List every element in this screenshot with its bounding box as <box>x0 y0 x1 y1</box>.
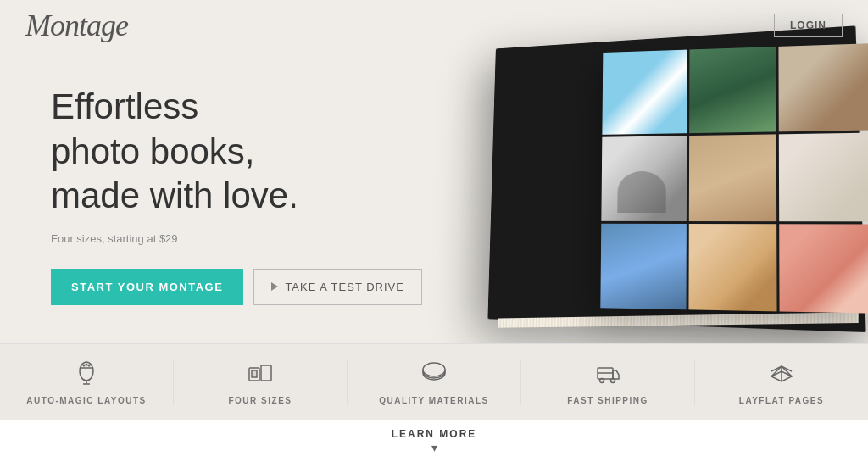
book-image <box>410 17 868 373</box>
svg-rect-8 <box>261 365 271 381</box>
auto-magic-label: AUTO-MAGIC LAYOUTS <box>26 396 146 405</box>
photo-cell <box>779 133 868 221</box>
svg-point-4 <box>83 364 86 366</box>
learn-more-label: LEARN MORE <box>392 428 477 440</box>
photo-cell <box>689 47 776 133</box>
hero-subtext: Four sizes, starting at $29 <box>51 232 422 245</box>
four-sizes-label: FOUR SIZES <box>228 396 292 405</box>
photo-cell <box>602 50 687 136</box>
hero-section: Effortless photo books, made with love. … <box>0 0 868 356</box>
features-bar: AUTO-MAGIC LAYOUTS FOUR SIZES QUALITY MA… <box>0 343 868 420</box>
chevron-down-icon: ▾ <box>431 442 437 454</box>
hero-buttons: START YOUR MONTAGE TAKE A TEST DRIVE <box>51 269 422 305</box>
hero-text-block: Effortless photo books, made with love. … <box>51 85 422 305</box>
play-icon <box>271 282 278 291</box>
feature-four-sizes: FOUR SIZES <box>174 359 348 405</box>
photo-grid <box>600 43 868 313</box>
start-montage-button[interactable]: START YOUR MONTAGE <box>51 269 243 305</box>
feature-quality: QUALITY MATERIALS <box>348 359 521 405</box>
auto-magic-icon <box>73 359 100 391</box>
photo-cell <box>688 135 776 221</box>
photo-cell <box>779 43 868 131</box>
svg-rect-9 <box>252 370 257 377</box>
four-sizes-icon <box>247 359 274 391</box>
hero-headline: Effortless photo books, made with love. <box>51 85 422 219</box>
logo: Montage <box>25 8 128 43</box>
svg-point-15 <box>611 378 615 382</box>
photo-cell <box>600 223 686 309</box>
feature-layflat: LAYFLAT PAGES <box>695 359 868 405</box>
login-button[interactable]: LOGIN <box>774 14 843 37</box>
svg-point-12 <box>423 363 445 376</box>
header: Montage LOGIN <box>0 0 868 51</box>
shipping-icon <box>594 359 621 391</box>
learn-more-section[interactable]: LEARN MORE ▾ <box>0 420 868 462</box>
feature-auto-magic: AUTO-MAGIC LAYOUTS <box>0 359 174 405</box>
quality-icon <box>420 359 448 391</box>
book-wrapper <box>410 17 868 373</box>
layflat-label: LAYFLAT PAGES <box>739 396 824 405</box>
svg-point-6 <box>88 364 91 366</box>
quality-label: QUALITY MATERIALS <box>379 396 489 405</box>
svg-point-14 <box>600 378 604 382</box>
test-drive-button[interactable]: TAKE A TEST DRIVE <box>253 269 422 305</box>
photo-cell <box>780 224 868 314</box>
photo-cell <box>688 224 777 312</box>
svg-point-5 <box>86 363 88 365</box>
photo-cell <box>601 136 687 220</box>
feature-shipping: FAST SHIPPING <box>521 359 695 405</box>
shipping-label: FAST SHIPPING <box>567 396 648 405</box>
layflat-icon <box>768 359 795 391</box>
